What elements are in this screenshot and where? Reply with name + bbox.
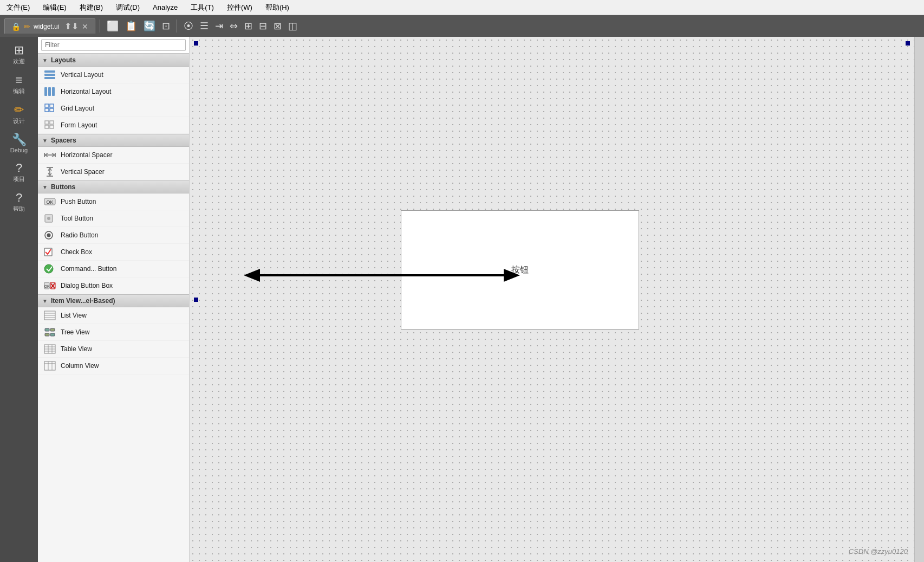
menu-controls[interactable]: 控件(W): [225, 2, 255, 14]
spacers-label: Spacers: [51, 137, 76, 144]
horizontal-spacer-icon: [43, 150, 56, 160]
widget-item-horizontal-layout[interactable]: Horizontal Layout: [38, 83, 189, 100]
svg-rect-7: [50, 104, 54, 107]
widget-item-vertical-layout[interactable]: Vertical Layout: [38, 67, 189, 83]
toolbar-btn-4[interactable]: ⊡: [160, 19, 172, 33]
svg-rect-8: [45, 108, 49, 112]
svg-rect-12: [45, 125, 49, 128]
widget-item-table-view[interactable]: Table View: [38, 341, 189, 358]
menu-file[interactable]: 文件(E): [4, 2, 32, 14]
welcome-label: 欢迎: [13, 57, 25, 66]
canvas-button-widget[interactable]: 按钮: [401, 210, 639, 330]
svg-rect-13: [50, 125, 54, 128]
widget-item-grid-layout[interactable]: Grid Layout: [38, 100, 189, 117]
svg-rect-36: [50, 333, 55, 336]
section-layouts[interactable]: ▼ Layouts: [38, 54, 189, 67]
dialog-button-icon: OK: [43, 280, 56, 291]
vertical-spacer-label: Vertical Spacer: [61, 168, 105, 176]
command-button-icon: [43, 263, 56, 274]
widget-item-check-box[interactable]: Check Box: [38, 244, 189, 261]
widget-item-tool-button[interactable]: Tool Button: [38, 210, 189, 227]
sidebar-item-debug[interactable]: 🔧 Debug: [3, 131, 35, 157]
layouts-label: Layouts: [51, 56, 76, 64]
widget-item-push-button[interactable]: OK Push Button: [38, 193, 189, 210]
menu-tools[interactable]: 工具(T): [188, 2, 216, 14]
widget-item-radio-button[interactable]: Radio Button: [38, 227, 189, 244]
sidebar-item-welcome[interactable]: ⊞ 欢迎: [3, 41, 35, 69]
svg-rect-34: [50, 328, 55, 331]
check-box-icon: [43, 247, 56, 257]
radio-button-icon: [43, 230, 56, 241]
sidebar-item-edit[interactable]: ≡ 编辑: [3, 71, 35, 99]
section-spacers[interactable]: ▼ Spacers: [38, 134, 189, 147]
item-views-label: Item View...el-Based): [51, 297, 115, 305]
tab-title: widget.ui: [34, 23, 59, 30]
widget-item-dialog-button[interactable]: OK Dialog Button Box: [38, 277, 189, 294]
widget-item-form-layout[interactable]: Form Layout: [38, 117, 189, 134]
debug-icon: 🔧: [12, 134, 27, 146]
svg-rect-3: [44, 87, 47, 96]
tree-view-label: Tree View: [61, 328, 89, 336]
sidebar-item-design[interactable]: ✏ 设计: [3, 101, 35, 128]
spacers-triangle: ▼: [42, 138, 48, 144]
menu-debug[interactable]: 调试(D): [114, 2, 142, 14]
table-view-label: Table View: [61, 345, 92, 353]
widget-item-list-view[interactable]: List View: [38, 307, 189, 324]
grid-layout-icon: [43, 103, 56, 114]
menu-build[interactable]: 构建(B): [77, 2, 105, 14]
toolbar-btn-2[interactable]: 📋: [123, 19, 139, 33]
horizontal-layout-label: Horizontal Layout: [61, 88, 111, 95]
edit-label: 编辑: [13, 87, 25, 95]
menu-analyze[interactable]: Analyze: [151, 2, 180, 12]
design-label: 设计: [13, 117, 25, 125]
vertical-layout-icon: [43, 69, 56, 80]
svg-point-19: [47, 217, 50, 220]
handle-top-left[interactable]: [194, 41, 198, 46]
tool-button-label: Tool Button: [61, 215, 93, 222]
filter-input[interactable]: [41, 39, 186, 51]
canvas-area: 按钮 CSDN @zzyu0120: [190, 37, 914, 562]
toolbar-btn-10[interactable]: ⊟: [257, 19, 269, 33]
editor-tab[interactable]: 🔒 ✏ widget.ui ⬆⬇ ✕: [4, 18, 95, 34]
item-views-triangle: ▼: [42, 298, 48, 304]
column-view-icon: [43, 360, 56, 371]
svg-point-21: [47, 234, 51, 237]
sidebar-item-help[interactable]: ? 帮助: [3, 189, 35, 216]
widget-item-command-button[interactable]: Command... Button: [38, 261, 189, 277]
toolbar-btn-1[interactable]: ⬜: [105, 19, 121, 33]
lock-icon: 🔒: [11, 22, 21, 31]
toolbar-btn-8[interactable]: ⇔: [227, 19, 240, 33]
menubar: 文件(E) 编辑(E) 构建(B) 调试(D) Analyze 工具(T) 控件…: [0, 0, 924, 15]
widget-item-column-view[interactable]: Column View: [38, 358, 189, 374]
widget-item-horizontal-spacer[interactable]: Horizontal Spacer: [38, 147, 189, 164]
radio-button-label: Radio Button: [61, 231, 98, 239]
sidebar-item-project[interactable]: ? 项目: [3, 159, 35, 186]
check-box-label: Check Box: [61, 248, 92, 256]
toolbar-btn-7[interactable]: ⇥: [213, 19, 225, 33]
push-button-icon: OK: [43, 196, 56, 207]
toolbar: 🔒 ✏ widget.ui ⬆⬇ ✕ ⬜ 📋 🔄 ⊡ ⦿ ☰ ⇥ ⇔ ⊞ ⊟ ⊠…: [0, 15, 924, 37]
section-buttons[interactable]: ▼ Buttons: [38, 180, 189, 193]
menu-edit[interactable]: 编辑(E): [41, 2, 68, 14]
svg-rect-10: [45, 121, 49, 124]
toolbar-btn-9[interactable]: ⊞: [242, 19, 255, 33]
svg-rect-6: [45, 104, 49, 107]
tab-close-icon[interactable]: ✕: [82, 22, 88, 31]
toolbar-btn-3[interactable]: 🔄: [141, 19, 158, 33]
horizontal-spacer-label: Horizontal Spacer: [61, 151, 112, 159]
toolbar-btn-11[interactable]: ⊠: [271, 19, 284, 33]
buttons-triangle: ▼: [42, 184, 48, 190]
tree-view-icon: [43, 327, 56, 338]
tab-arrows[interactable]: ⬆⬇: [64, 21, 79, 31]
toolbar-btn-12[interactable]: ◫: [286, 19, 300, 33]
menu-help[interactable]: 帮助(H): [263, 2, 291, 14]
welcome-icon: ⊞: [14, 44, 24, 56]
widget-item-tree-view[interactable]: Tree View: [38, 324, 189, 341]
toolbar-btn-5[interactable]: ⦿: [181, 20, 196, 33]
toolbar-btn-6[interactable]: ☰: [198, 19, 211, 33]
handle-top-right[interactable]: [906, 41, 910, 46]
column-view-label: Column View: [61, 362, 99, 370]
handle-middle-left[interactable]: [194, 298, 198, 302]
widget-item-vertical-spacer[interactable]: Vertical Spacer: [38, 164, 189, 180]
section-item-views[interactable]: ▼ Item View...el-Based): [38, 294, 189, 307]
